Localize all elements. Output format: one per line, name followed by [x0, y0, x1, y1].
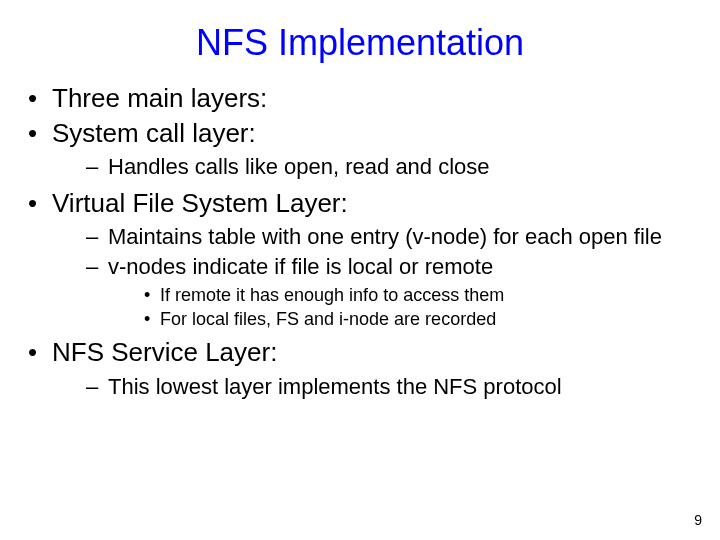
bullet-text: Virtual File System Layer:	[52, 188, 348, 218]
sub-bullet-item: Maintains table with one entry (v-node) …	[86, 223, 702, 251]
sub-bullet-item: This lowest layer implements the NFS pro…	[86, 373, 702, 401]
bullet-list: Three main layers: System call layer: Ha…	[0, 82, 720, 400]
bullet-item: System call layer: Handles calls like op…	[28, 117, 702, 181]
bullet-text: NFS Service Layer:	[52, 337, 277, 367]
sub-bullet-item: v-nodes indicate if file is local or rem…	[86, 253, 702, 331]
slide: NFS Implementation Three main layers: Sy…	[0, 0, 720, 540]
sub-bullet-item: Handles calls like open, read and close	[86, 153, 702, 181]
bullet-item: Virtual File System Layer: Maintains tab…	[28, 187, 702, 331]
bullet-text: System call layer:	[52, 118, 256, 148]
subsub-bullet-item: For local files, FS and i-node are recor…	[144, 308, 702, 331]
bullet-item: Three main layers:	[28, 82, 702, 115]
sub-bullet-text: v-nodes indicate if file is local or rem…	[108, 254, 493, 279]
sub-bullet-list: Handles calls like open, read and close	[52, 153, 702, 181]
subsub-bullet-list: If remote it has enough info to access t…	[108, 284, 702, 330]
slide-title: NFS Implementation	[0, 0, 720, 82]
sub-bullet-list: This lowest layer implements the NFS pro…	[52, 373, 702, 401]
subsub-bullet-item: If remote it has enough info to access t…	[144, 284, 702, 307]
sub-bullet-list: Maintains table with one entry (v-node) …	[52, 223, 702, 330]
bullet-item: NFS Service Layer: This lowest layer imp…	[28, 336, 702, 400]
page-number: 9	[694, 512, 702, 528]
